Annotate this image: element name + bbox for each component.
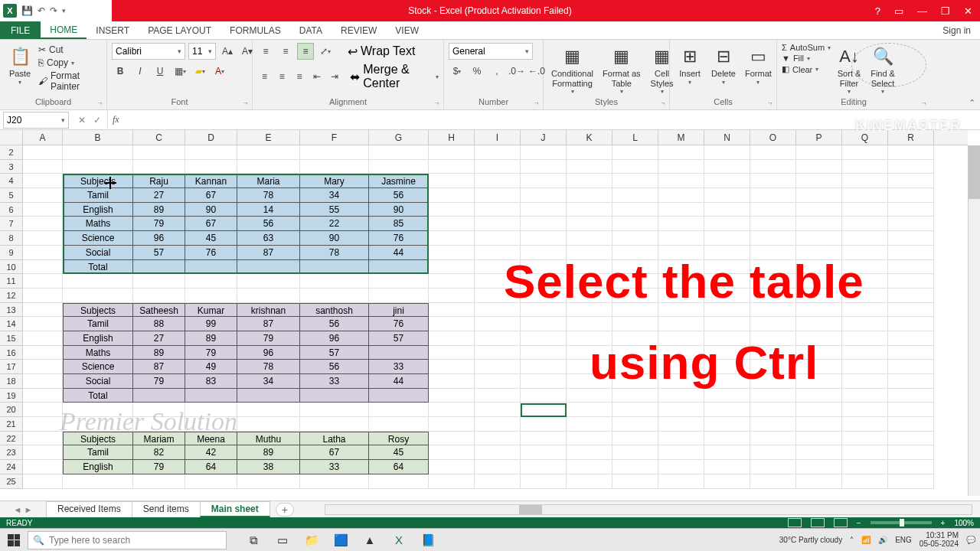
cell[interactable] [888, 389, 934, 403]
cell[interactable] [750, 174, 796, 188]
cell[interactable] [23, 331, 63, 346]
enter-formula-icon[interactable]: ✓ [93, 115, 101, 126]
cell[interactable] [888, 460, 934, 474]
cell[interactable] [133, 160, 185, 174]
taskbar-app-3[interactable]: 📘 [420, 532, 436, 549]
cancel-formula-icon[interactable]: ✕ [78, 115, 86, 126]
cell[interactable] [842, 246, 888, 260]
cell[interactable]: 63 [237, 231, 300, 246]
cell[interactable] [704, 203, 750, 217]
cell[interactable] [888, 231, 934, 246]
cell[interactable]: 87 [133, 360, 185, 374]
cell[interactable] [63, 417, 133, 432]
wifi-icon[interactable]: 📶 [861, 536, 871, 544]
cell[interactable] [750, 474, 796, 489]
cell[interactable]: 78 [300, 246, 369, 260]
cell[interactable]: 56 [300, 317, 369, 331]
cell[interactable] [888, 317, 934, 331]
cell[interactable] [704, 174, 750, 188]
cell[interactable] [521, 289, 567, 303]
cell[interactable] [429, 346, 475, 360]
normal-view-icon[interactable] [788, 518, 802, 527]
cell[interactable]: 57 [133, 246, 185, 260]
cell[interactable] [369, 274, 429, 289]
cell[interactable] [429, 303, 475, 318]
cell[interactable] [612, 203, 658, 217]
cell[interactable] [475, 246, 521, 260]
cell[interactable] [888, 360, 934, 374]
cell[interactable] [658, 160, 704, 174]
cell[interactable] [704, 289, 750, 303]
cell[interactable]: Tamil [63, 445, 133, 460]
cell[interactable] [475, 160, 521, 174]
cell[interactable] [567, 403, 612, 417]
language-indicator[interactable]: ENG [895, 536, 912, 544]
cell[interactable] [429, 445, 475, 460]
taskbar-search[interactable]: 🔍 Type here to search [28, 531, 227, 549]
cell[interactable] [658, 260, 704, 275]
column-header[interactable]: K [567, 130, 612, 145]
cell[interactable] [429, 260, 475, 275]
cell[interactable] [429, 317, 475, 331]
cell[interactable]: 44 [369, 246, 429, 260]
row-header[interactable]: 19 [0, 389, 23, 403]
cell[interactable] [23, 417, 63, 432]
cell[interactable] [888, 274, 934, 289]
cell[interactable] [237, 289, 300, 303]
column-header[interactable]: C [133, 130, 185, 145]
cell[interactable] [300, 474, 369, 489]
cell[interactable] [521, 174, 567, 188]
cell[interactable] [704, 145, 750, 160]
cell[interactable] [567, 417, 612, 432]
cell[interactable] [567, 231, 612, 246]
cell[interactable] [612, 445, 658, 460]
cell[interactable]: Kumar [185, 303, 237, 318]
font-name-combo[interactable]: Calibri▾ [112, 43, 185, 60]
cell[interactable] [658, 403, 704, 417]
align-bottom-icon[interactable]: ≡ [297, 43, 314, 60]
minimize-icon[interactable]: — [917, 5, 927, 17]
cell[interactable] [521, 260, 567, 275]
cell[interactable]: Maria [237, 174, 300, 188]
cell[interactable] [796, 289, 842, 303]
clock[interactable]: 10:31 PM 05-05-2024 [920, 532, 959, 548]
align-center-icon[interactable]: ≡ [275, 68, 289, 85]
zoom-level[interactable]: 100% [954, 519, 974, 527]
cell[interactable]: 27 [133, 331, 185, 346]
cell[interactable] [369, 260, 429, 275]
row-header[interactable]: 22 [0, 432, 23, 446]
cell[interactable]: Satheesh [133, 303, 185, 318]
cell[interactable] [750, 303, 796, 318]
cell[interactable] [521, 145, 567, 160]
save-icon[interactable]: 💾 [21, 5, 33, 16]
cell[interactable] [704, 231, 750, 246]
cell[interactable] [704, 346, 750, 360]
cell[interactable] [475, 374, 521, 389]
format-painter-button[interactable]: 🖌Format Painter [38, 70, 102, 92]
cell[interactable]: 78 [237, 188, 300, 203]
cell[interactable] [750, 417, 796, 432]
cell[interactable] [612, 389, 658, 403]
cell[interactable] [475, 260, 521, 275]
cell[interactable] [842, 331, 888, 346]
cell[interactable] [888, 289, 934, 303]
cell[interactable] [23, 217, 63, 231]
cell[interactable]: Subjects [63, 174, 133, 188]
cell[interactable]: 27 [133, 188, 185, 203]
sort-filter-button[interactable]: A↓Sort & Filter▾ [834, 43, 864, 96]
cell[interactable]: jini [369, 303, 429, 318]
cell[interactable] [842, 460, 888, 474]
cell[interactable] [612, 303, 658, 318]
cell[interactable] [704, 403, 750, 417]
cell[interactable] [612, 289, 658, 303]
cell[interactable] [185, 474, 237, 489]
row-header[interactable]: 11 [0, 274, 23, 289]
row-header[interactable]: 21 [0, 417, 23, 432]
cell[interactable] [23, 389, 63, 403]
cell[interactable] [842, 417, 888, 432]
cell[interactable] [796, 403, 842, 417]
align-middle-icon[interactable]: ≡ [277, 43, 294, 60]
cell[interactable]: English [63, 203, 133, 217]
cell[interactable]: 88 [133, 317, 185, 331]
cell[interactable] [612, 188, 658, 203]
